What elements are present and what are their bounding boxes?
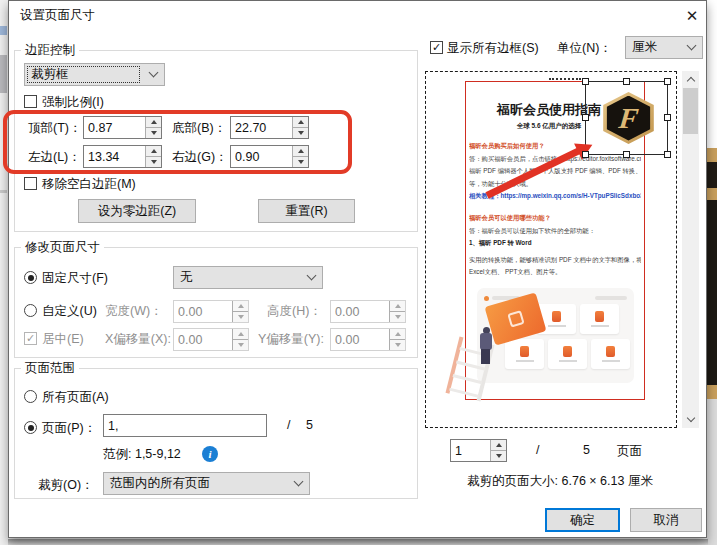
illustration-mini-card bbox=[580, 304, 619, 334]
selection-handle[interactable] bbox=[582, 114, 589, 121]
selection-handle[interactable] bbox=[664, 78, 671, 85]
fixed-size-dropdown[interactable]: 无 bbox=[173, 266, 323, 289]
y-offset-label: Y偏移量(Y): bbox=[258, 331, 324, 348]
zero-margin-button[interactable]: 设为零边距(Z) bbox=[78, 199, 196, 223]
all-pages-label: 所有页面(A) bbox=[42, 389, 109, 406]
spin-up-icon bbox=[390, 329, 405, 339]
force-ratio-label: 强制比例(I) bbox=[42, 94, 104, 111]
y-offset-spinner bbox=[330, 328, 406, 351]
crop-size-label: 裁剪的页面大小: bbox=[467, 474, 558, 488]
red-annotation-box bbox=[3, 110, 352, 174]
pages-example: 范例: 1,5-9,12 bbox=[103, 446, 181, 463]
pages-input[interactable] bbox=[103, 414, 267, 437]
dialog-shadow bbox=[8, 539, 708, 545]
chevron-down-icon bbox=[680, 46, 702, 49]
selection-handle[interactable] bbox=[664, 114, 671, 121]
unit-dropdown-value: 厘米 bbox=[626, 39, 680, 56]
illustration-mini-card bbox=[591, 339, 630, 369]
y-offset-input bbox=[331, 329, 389, 350]
preview-page-spinner bbox=[450, 439, 507, 462]
show-borders-checkbox[interactable] bbox=[430, 41, 443, 54]
margin-preset-dropdown[interactable]: 裁剪框 bbox=[24, 63, 165, 86]
crop-size-value: 6.76 × 6.13 bbox=[562, 474, 625, 488]
page-range-group-label: 页面范围 bbox=[21, 360, 79, 377]
margin-preset-dropdown-value: 裁剪框 bbox=[25, 66, 142, 83]
spin-up-icon bbox=[390, 301, 405, 311]
page-edge-dots bbox=[549, 78, 581, 80]
chevron-down-icon bbox=[287, 482, 309, 485]
preview-total-pages: 5 bbox=[583, 443, 590, 457]
pages-radio-label: 页面(P)： bbox=[42, 420, 96, 437]
preview-pages-label: 页面 bbox=[617, 443, 642, 460]
spin-up-icon bbox=[233, 329, 248, 339]
show-borders-label: 显示所有边框(S) bbox=[447, 40, 539, 57]
remove-blank-margin-checkbox[interactable] bbox=[24, 177, 37, 190]
crop-scope-label: 裁剪(O)： bbox=[38, 477, 94, 494]
height-spinner bbox=[330, 300, 406, 323]
pages-radio[interactable] bbox=[24, 421, 37, 434]
crop-scope-dropdown[interactable]: 范围内的所有页面 bbox=[103, 472, 310, 495]
scrollbar-thumb[interactable] bbox=[683, 88, 698, 134]
preview-page-slash: / bbox=[536, 443, 539, 457]
width-input bbox=[174, 301, 232, 322]
width-spinner bbox=[173, 300, 249, 323]
background-app-right-strip bbox=[707, 0, 717, 545]
fixed-size-dropdown-value: 无 bbox=[174, 269, 300, 286]
spin-up-icon[interactable] bbox=[491, 440, 506, 450]
illustration-dot bbox=[484, 296, 489, 301]
unit-label: 单位(N)： bbox=[557, 40, 612, 57]
cancel-button[interactable]: 取消 bbox=[630, 508, 702, 532]
margin-control-group-label: 边距控制 bbox=[21, 42, 79, 59]
width-label: 宽度(W)： bbox=[105, 303, 163, 320]
screenshot-canvas: 设置页面尺寸 ✕ 边距控制 裁剪框 强制比例(I) 顶部(T)： 底部(B)： … bbox=[0, 0, 717, 545]
spin-down-icon bbox=[390, 339, 405, 350]
chevron-down-icon bbox=[142, 73, 164, 76]
selection-handle[interactable] bbox=[582, 78, 589, 85]
height-input bbox=[331, 301, 389, 322]
resize-group-label: 修改页面尺寸 bbox=[21, 239, 104, 256]
info-icon[interactable]: i bbox=[202, 446, 218, 462]
dialog-title: 设置页面尺寸 bbox=[20, 7, 95, 24]
ok-button[interactable]: 确定 bbox=[545, 508, 620, 532]
illustration-mini-card bbox=[548, 339, 587, 369]
spin-down-icon bbox=[233, 339, 248, 350]
spin-down-icon bbox=[233, 311, 248, 322]
custom-size-radio[interactable] bbox=[24, 304, 37, 317]
crop-size-readout: 裁剪的页面大小: 6.76 × 6.13 厘米 bbox=[425, 473, 695, 490]
crop-size-unit: 厘米 bbox=[628, 474, 653, 488]
all-pages-radio[interactable] bbox=[24, 390, 37, 403]
custom-size-label: 自定义(U) bbox=[42, 303, 97, 320]
illustration-mini-card bbox=[505, 339, 544, 369]
spin-down-icon[interactable] bbox=[491, 450, 506, 461]
fixed-size-label: 固定尺寸(F) bbox=[42, 270, 108, 287]
selection-handle[interactable] bbox=[664, 151, 671, 158]
spin-up-icon bbox=[233, 301, 248, 311]
pages-total: 5 bbox=[306, 418, 313, 432]
force-ratio-checkbox[interactable] bbox=[24, 95, 37, 108]
pages-slash: / bbox=[287, 418, 290, 432]
close-icon[interactable]: ✕ bbox=[680, 4, 704, 28]
spin-down-icon bbox=[390, 311, 405, 322]
scroll-down-icon[interactable] bbox=[682, 411, 699, 428]
illustration-pill bbox=[595, 296, 627, 300]
preview-page-input[interactable] bbox=[451, 440, 490, 461]
crop-scope-dropdown-value: 范围内的所有页面 bbox=[104, 475, 287, 492]
scroll-up-icon[interactable] bbox=[682, 71, 699, 88]
center-label: 居中(E) bbox=[42, 331, 84, 348]
selection-handle[interactable] bbox=[623, 78, 630, 85]
height-label: 高度(H)： bbox=[267, 303, 322, 320]
x-offset-label: X偏移量(X): bbox=[105, 331, 171, 348]
x-offset-input bbox=[174, 329, 232, 350]
reset-button[interactable]: 重置(R) bbox=[258, 199, 355, 223]
x-offset-spinner bbox=[173, 328, 249, 351]
preview-scrollbar[interactable] bbox=[682, 71, 699, 428]
unit-dropdown[interactable]: 厘米 bbox=[625, 36, 703, 59]
fixed-size-radio[interactable] bbox=[24, 271, 37, 284]
logo-selection-box[interactable] bbox=[585, 81, 668, 155]
selection-handle[interactable] bbox=[582, 151, 589, 158]
remove-blank-margin-label: 移除空白边距(M) bbox=[42, 176, 136, 193]
center-checkbox bbox=[24, 332, 37, 345]
selection-handle[interactable] bbox=[623, 151, 630, 158]
chevron-down-icon bbox=[300, 276, 322, 279]
